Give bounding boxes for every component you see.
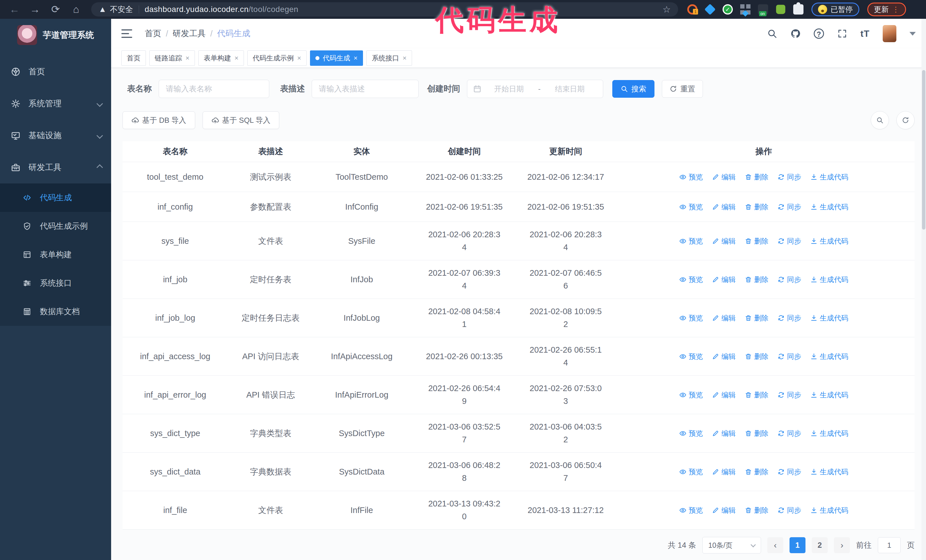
- caret-down-icon[interactable]: [909, 32, 916, 36]
- refresh-table-button[interactable]: [896, 111, 915, 129]
- sync-link[interactable]: 同步: [778, 428, 801, 439]
- delete-link[interactable]: 删除: [745, 351, 769, 362]
- delete-link[interactable]: 删除: [745, 466, 769, 477]
- delete-link[interactable]: 删除: [745, 505, 769, 516]
- preview-link[interactable]: 预览: [679, 505, 703, 516]
- search-button[interactable]: 搜索: [612, 80, 654, 98]
- sync-link[interactable]: 同步: [778, 389, 801, 400]
- preview-link[interactable]: 预览: [679, 389, 703, 400]
- tab-home[interactable]: 首页: [121, 50, 146, 66]
- preview-link[interactable]: 预览: [679, 274, 703, 285]
- delete-link[interactable]: 删除: [745, 389, 769, 400]
- generate-code-link[interactable]: 生成代码: [810, 351, 848, 362]
- page-button-2[interactable]: 2: [812, 537, 828, 553]
- sidebar-subitem-form-builder[interactable]: 表单构建: [0, 240, 111, 269]
- edit-link[interactable]: 编辑: [712, 428, 736, 439]
- edit-link[interactable]: 编辑: [712, 172, 736, 183]
- extensions-puzzle-icon[interactable]: [793, 4, 803, 15]
- close-icon[interactable]: ×: [354, 55, 357, 62]
- reload-icon[interactable]: ⟳: [46, 3, 65, 15]
- tab-codegen[interactable]: 代码生成×: [310, 50, 363, 66]
- page-button-1[interactable]: 1: [790, 537, 805, 553]
- generate-code-link[interactable]: 生成代码: [810, 201, 848, 213]
- close-icon[interactable]: ×: [235, 55, 239, 62]
- page-size-select[interactable]: 10条/页: [702, 537, 761, 554]
- tab-tracing[interactable]: 链路追踪×: [149, 50, 195, 66]
- sidebar-subitem-codegen-demo[interactable]: 代码生成示例: [0, 212, 111, 240]
- fullscreen-icon[interactable]: [837, 29, 847, 39]
- preview-link[interactable]: 预览: [679, 172, 703, 183]
- reset-button[interactable]: 重置: [662, 80, 703, 98]
- generate-code-link[interactable]: 生成代码: [810, 312, 848, 324]
- extension-grid-icon[interactable]: [740, 4, 750, 15]
- delete-link[interactable]: 删除: [745, 274, 769, 285]
- edit-link[interactable]: 编辑: [712, 505, 736, 516]
- sidebar-subitem-codegen[interactable]: 代码生成: [0, 183, 111, 212]
- app-logo-row[interactable]: 芋道管理系统: [0, 19, 111, 51]
- preview-link[interactable]: 预览: [679, 201, 703, 213]
- sidebar-item-infra[interactable]: 基础设施: [0, 120, 111, 151]
- close-icon[interactable]: ×: [186, 55, 189, 62]
- generate-code-link[interactable]: 生成代码: [810, 172, 848, 183]
- sync-link[interactable]: 同步: [778, 312, 801, 324]
- generate-code-link[interactable]: 生成代码: [810, 466, 848, 477]
- next-page-button[interactable]: ›: [834, 537, 850, 553]
- edit-link[interactable]: 编辑: [712, 201, 736, 213]
- security-warning-icon[interactable]: ▲: [98, 5, 107, 14]
- tab-form-builder[interactable]: 表单构建×: [198, 50, 244, 66]
- prev-page-button[interactable]: ‹: [767, 537, 783, 553]
- close-icon[interactable]: ×: [402, 55, 407, 62]
- sidebar-item-home[interactable]: 首页: [0, 56, 111, 88]
- generate-code-link[interactable]: 生成代码: [810, 274, 848, 285]
- extension-on-icon[interactable]: [758, 4, 768, 15]
- update-button[interactable]: 更新 ⋮: [867, 3, 906, 16]
- sync-link[interactable]: 同步: [778, 351, 801, 362]
- edit-link[interactable]: 编辑: [712, 351, 736, 362]
- delete-link[interactable]: 删除: [745, 235, 769, 247]
- extension-orange-icon[interactable]: 1: [687, 4, 698, 15]
- generate-code-link[interactable]: 生成代码: [810, 428, 848, 439]
- scrollbar-thumb[interactable]: [922, 70, 925, 229]
- sidebar-subitem-system-api[interactable]: 系统接口: [0, 269, 111, 297]
- sync-link[interactable]: 同步: [778, 505, 801, 516]
- preview-link[interactable]: 预览: [679, 351, 703, 362]
- goto-page-input[interactable]: [878, 537, 901, 553]
- table-desc-input[interactable]: [312, 80, 419, 98]
- close-icon[interactable]: ×: [297, 55, 301, 62]
- breadcrumb-item[interactable]: 研发工具: [172, 28, 206, 39]
- sidebar-item-devtools[interactable]: 研发工具: [0, 151, 111, 183]
- edit-link[interactable]: 编辑: [712, 389, 736, 400]
- sync-link[interactable]: 同步: [778, 172, 801, 183]
- sync-link[interactable]: 同步: [778, 274, 801, 285]
- generate-code-link[interactable]: 生成代码: [810, 389, 848, 400]
- preview-link[interactable]: 预览: [679, 428, 703, 439]
- forward-icon[interactable]: →: [26, 3, 44, 15]
- page-scrollbar[interactable]: [921, 19, 926, 560]
- delete-link[interactable]: 删除: [745, 428, 769, 439]
- sync-link[interactable]: 同步: [778, 235, 801, 247]
- bookmark-star-icon[interactable]: ☆: [663, 4, 671, 15]
- date-range-picker[interactable]: 开始日期 - 结束日期: [467, 80, 603, 98]
- breadcrumb-item[interactable]: 首页: [145, 28, 161, 39]
- extension-gem-icon[interactable]: [704, 4, 716, 15]
- delete-link[interactable]: 删除: [745, 201, 769, 213]
- avatar[interactable]: [883, 25, 896, 42]
- import-sql-button[interactable]: 基于 SQL 导入: [203, 112, 280, 129]
- edit-link[interactable]: 编辑: [712, 235, 736, 247]
- address-bar[interactable]: ▲ 不安全 dashboard.yudao.iocoder.cn/tool/co…: [91, 2, 678, 17]
- delete-link[interactable]: 删除: [745, 172, 769, 183]
- generate-code-link[interactable]: 生成代码: [810, 235, 848, 247]
- generate-code-link[interactable]: 生成代码: [810, 505, 848, 516]
- home-icon[interactable]: ⌂: [67, 3, 85, 15]
- help-icon[interactable]: ?: [814, 29, 824, 39]
- table-name-input[interactable]: [159, 80, 269, 98]
- toggle-search-button[interactable]: [871, 111, 889, 129]
- import-db-button[interactable]: 基于 DB 导入: [123, 112, 195, 129]
- preview-link[interactable]: 预览: [679, 235, 703, 247]
- edit-link[interactable]: 编辑: [712, 312, 736, 324]
- tab-system-api[interactable]: 系统接口×: [366, 50, 412, 66]
- preview-link[interactable]: 预览: [679, 466, 703, 477]
- github-icon[interactable]: [790, 29, 800, 39]
- extension-check-icon[interactable]: [723, 4, 733, 15]
- sidebar-subitem-db-docs[interactable]: 数据库文档: [0, 297, 111, 326]
